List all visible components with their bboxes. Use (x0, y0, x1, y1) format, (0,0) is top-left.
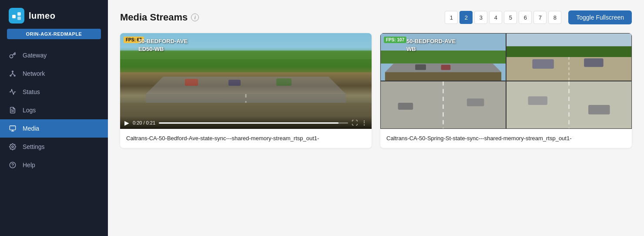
sidebar-item-status[interactable]: Status (0, 83, 108, 101)
sidebar-item-help[interactable]: Help (0, 156, 108, 174)
settings-icon (9, 143, 17, 151)
stream-video-2[interactable]: FPS: 107 50-BEDFORD-AVE WB (380, 33, 632, 129)
sidebar-label-network: Network (23, 70, 45, 77)
stream-card-1: FPS: 67 50-BEDFORD-AVE ED50-WB ▶ 0:20 / … (120, 33, 372, 148)
stream-overlay-1: 50-BEDFORD-AVE ED50-WB (138, 37, 188, 53)
page-header: Media Streams i 1 2 3 4 5 6 7 8 Toggle F… (120, 10, 632, 24)
svg-marker-19 (146, 77, 346, 94)
expand-button-1[interactable]: ⛶ (352, 119, 358, 126)
quad-cell-2 (506, 33, 632, 81)
fps-badge-2: FPS: 107 (384, 37, 406, 43)
svg-point-13 (12, 146, 13, 148)
key-icon (9, 51, 17, 59)
svg-rect-41 (467, 98, 484, 106)
sidebar-label-logs: Logs (23, 107, 36, 114)
sidebar: lumeo ORIN-AGX-REDMAPLE Gateway Network … (0, 0, 108, 236)
quad-cell-4 (506, 81, 632, 129)
svg-rect-24 (276, 78, 292, 86)
file-icon (9, 106, 17, 114)
sidebar-label-settings: Settings (23, 143, 45, 150)
quad-cell-3 (380, 81, 506, 129)
svg-rect-31 (385, 72, 501, 81)
progress-bar-1[interactable] (159, 122, 348, 124)
progress-fill-1 (159, 122, 339, 124)
sidebar-label-media: Media (23, 125, 39, 132)
stream-card-2: FPS: 107 50-BEDFORD-AVE WB Caltrans-CA-5… (380, 33, 632, 148)
svg-rect-22 (185, 79, 198, 86)
page-btn-5[interactable]: 5 (504, 11, 517, 24)
time-label-1: 0:20 / 0:21 (133, 120, 155, 125)
device-badge[interactable]: ORIN-AGX-REDMAPLE (7, 29, 101, 39)
page-btn-8[interactable]: 8 (548, 11, 561, 24)
page-btn-7[interactable]: 7 (533, 11, 547, 24)
svg-rect-33 (506, 46, 631, 57)
stream-info-2: Caltrans-CA-50-Spring-St-state-sync---sh… (380, 129, 632, 148)
page-btn-1[interactable]: 1 (445, 11, 458, 24)
sidebar-logo: lumeo (0, 0, 108, 29)
stream-name-1: Caltrans-CA-50-Bedford-Ave-state-sync---… (126, 134, 366, 143)
pagination-controls: 1 2 3 4 5 6 7 8 Toggle Fullscreen (445, 10, 632, 24)
stream-video-1[interactable]: FPS: 67 50-BEDFORD-AVE ED50-WB ▶ 0:20 / … (120, 33, 372, 129)
svg-rect-42 (398, 103, 413, 110)
toggle-fullscreen-button[interactable]: Toggle Fullscreen (568, 10, 632, 24)
page-title: Media Streams (120, 12, 188, 23)
sidebar-item-gateway[interactable]: Gateway (0, 46, 108, 64)
streams-grid: FPS: 67 50-BEDFORD-AVE ED50-WB ▶ 0:20 / … (120, 33, 632, 148)
svg-rect-47 (588, 105, 610, 115)
video-controls-1: ▶ 0:20 / 0:21 ⛶ ⋮ (120, 116, 372, 129)
sidebar-item-media[interactable]: Media (0, 119, 108, 138)
sidebar-label-status: Status (23, 88, 40, 95)
info-icon[interactable]: i (191, 13, 199, 21)
stream-overlay-2: 50-BEDFORD-AVE WB (406, 37, 456, 53)
sidebar-label-gateway: Gateway (23, 52, 47, 59)
monitor-icon (9, 125, 17, 132)
svg-rect-35 (532, 59, 553, 69)
page-btn-2[interactable]: 2 (460, 11, 473, 24)
more-button-1[interactable]: ⋮ (361, 119, 367, 126)
svg-rect-23 (228, 80, 241, 86)
sidebar-item-logs[interactable]: Logs (0, 101, 108, 119)
sidebar-label-help: Help (23, 162, 35, 169)
lumeo-logo-icon (9, 8, 24, 24)
svg-rect-0 (9, 8, 24, 24)
svg-rect-46 (528, 96, 547, 105)
stream-info-1: Caltrans-CA-50-Bedford-Ave-state-sync---… (120, 129, 372, 148)
svg-rect-30 (441, 65, 451, 70)
help-icon (9, 161, 17, 169)
sidebar-item-settings[interactable]: Settings (0, 138, 108, 156)
page-title-area: Media Streams i (120, 12, 199, 23)
svg-rect-10 (10, 126, 15, 130)
svg-rect-18 (120, 59, 372, 72)
logo-text: lumeo (29, 11, 55, 21)
play-button-1[interactable]: ▶ (124, 119, 129, 126)
network-icon (9, 70, 17, 78)
svg-rect-1 (12, 15, 16, 18)
page-btn-4[interactable]: 4 (489, 11, 502, 24)
activity-icon (9, 88, 17, 96)
svg-rect-2 (17, 12, 21, 16)
svg-rect-3 (17, 17, 21, 20)
svg-rect-36 (584, 58, 604, 67)
stream-name-2: Caltrans-CA-50-Spring-St-state-sync---sh… (386, 134, 626, 143)
page-btn-3[interactable]: 3 (474, 11, 487, 24)
sidebar-item-network[interactable]: Network (0, 64, 108, 83)
svg-rect-29 (415, 64, 426, 70)
main-content: Media Streams i 1 2 3 4 5 6 7 8 Toggle F… (108, 0, 644, 236)
page-btn-6[interactable]: 6 (519, 11, 532, 24)
